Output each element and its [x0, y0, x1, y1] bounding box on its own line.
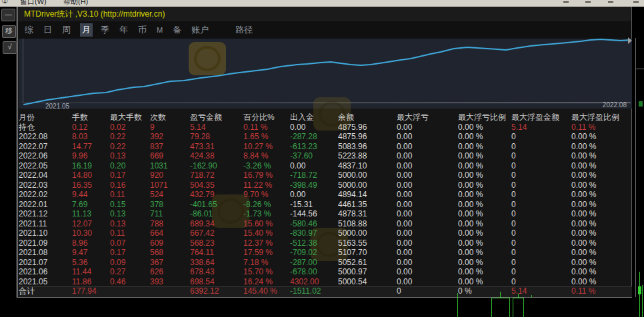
cell: 0.00 — [397, 142, 458, 152]
cell: 0 — [511, 200, 571, 210]
tab-年[interactable]: 年 — [119, 23, 129, 37]
cell: 0 — [511, 142, 571, 152]
chart-end-label: 2022.08 — [603, 101, 627, 109]
cell: 669 — [150, 151, 190, 161]
cell: -8.26 % — [243, 200, 290, 210]
tab-备[interactable]: 备 — [172, 23, 182, 37]
move-button[interactable]: 移 — [2, 25, 16, 38]
cell: 0.11 — [110, 228, 150, 238]
cell: 11.86 — [72, 277, 110, 287]
cell: 0.00 % — [458, 248, 511, 258]
collapse-button[interactable]: — — [1, 9, 15, 21]
cell: 0.11 — [110, 190, 150, 200]
cell: 11.22 % — [243, 180, 290, 190]
cell: 504.35 — [190, 180, 243, 190]
cell: 4875.96 — [338, 132, 397, 142]
cell: 5000.54 — [338, 277, 397, 287]
cell: 0.00 — [290, 123, 338, 133]
cell: 15.40 % — [243, 228, 290, 238]
tab-月[interactable]: 月 — [80, 23, 93, 37]
table-row: 2021.1112.070.13788689.3415.60 %-580.465… — [19, 219, 613, 229]
candle-wick — [531, 295, 532, 298]
cell: 10.30 — [72, 228, 110, 238]
cell: 0.17 — [110, 170, 150, 180]
cell: 0 — [511, 258, 571, 268]
cell: 5052.61 — [338, 258, 397, 268]
table-total-row: 合计177.946392.12145.40 %-1511.0200 %5.140… — [19, 286, 613, 296]
tab-币[interactable]: 币 — [137, 23, 147, 37]
menu-help[interactable]: 帮助(H) — [63, 0, 88, 7]
cell: -3.26 % — [243, 161, 290, 171]
cell: 9.70 % — [243, 190, 290, 200]
header-cell: 最大浮盈比例 — [571, 113, 608, 123]
cell: 2022.01 — [19, 200, 72, 210]
cell: -580.46 — [290, 219, 338, 229]
header-cell: 最大浮亏比例 — [458, 113, 511, 123]
path-button[interactable]: 路径 — [235, 24, 253, 36]
cell: 718.72 — [190, 170, 243, 180]
table-row: 2022.0414.800.17920718.7216.79 %-718.725… — [19, 170, 613, 180]
menu-window[interactable]: 窗口(W) — [20, 0, 47, 7]
cell: 0.00 % — [458, 151, 511, 161]
cell: 5163.55 — [338, 238, 397, 248]
cell: 16.19 — [72, 161, 110, 171]
cell: 5.36 — [72, 258, 110, 268]
cell: 0.00 % — [458, 219, 511, 229]
cell: -398.49 — [290, 180, 338, 190]
tab-综[interactable]: 综 — [24, 23, 34, 37]
cell: 473.31 — [190, 142, 243, 152]
cell: 2022.03 — [19, 180, 72, 190]
table-row: 2021.089.470.17568764.1117.59 %-709.0251… — [19, 248, 613, 258]
tab-M[interactable]: M — [156, 25, 163, 35]
table-row: 2022.0316.350.161071504.3511.22 %-398.49… — [19, 180, 613, 190]
cell: 0.00 — [397, 151, 458, 161]
cell: 16.24 % — [243, 277, 290, 287]
cell: 689.34 — [190, 219, 243, 229]
cell: 0.00 % — [458, 258, 511, 268]
cell: 14.77 — [72, 142, 110, 152]
cell: -287.00 — [290, 258, 338, 268]
cell: 11.44 — [72, 267, 110, 277]
cell: 0.00 — [397, 277, 458, 287]
cell: 0 — [511, 209, 571, 219]
tab-日[interactable]: 日 — [43, 23, 53, 37]
cell: 837 — [150, 142, 190, 152]
cell: 2022.02 — [19, 190, 72, 200]
cell: 4878.31 — [338, 209, 397, 219]
table-row: 2021.0611.440.27626678.4315.70 %-678.005… — [19, 267, 613, 277]
table-header-row: 月份手数最大手数次数盈亏金额百分比%出入金余额最大浮亏最大浮亏比例最大浮盈金额最… — [19, 113, 613, 123]
cell: 0.00 — [397, 267, 458, 277]
cell: 2022.07 — [19, 142, 72, 152]
cell: 0.00 % — [571, 180, 608, 190]
cell: 0.27 — [110, 267, 150, 277]
tab-周[interactable]: 周 — [61, 23, 71, 37]
cell: 0 — [511, 248, 571, 258]
tab-季[interactable]: 季 — [100, 23, 110, 37]
cell: 5.14 — [190, 123, 243, 133]
cell: 0.00 % — [571, 190, 608, 200]
cell: 2022.08 — [19, 132, 72, 142]
check-button[interactable]: √ — [3, 41, 17, 54]
cell: 5000.97 — [338, 267, 397, 277]
tab-账户[interactable]: 账户 — [191, 23, 209, 37]
cell: -613.23 — [290, 142, 338, 152]
cell: 2021.12 — [19, 209, 72, 219]
cell: 0.00 % — [458, 161, 511, 171]
cell: 0.00 — [290, 161, 338, 171]
window-titlebar[interactable]: MTDriver统计 ,V3.10 (http://mtdriver.cn) — [18, 7, 631, 21]
cell: 0 — [511, 180, 571, 190]
table-row: 2022.088.030.2239279.281.65 %-287.284875… — [19, 132, 613, 142]
cell: 0.00 — [397, 200, 458, 210]
cell: 0.00 % — [571, 170, 608, 180]
cell: 8.03 — [72, 132, 110, 142]
cell: 920 — [150, 170, 190, 180]
cell: 0.00 — [397, 132, 458, 142]
cell: 0.00 % — [458, 200, 511, 210]
cell: 2021.08 — [19, 248, 72, 258]
cell: 5000.00 — [338, 170, 397, 180]
cell: 16.79 % — [243, 170, 290, 180]
cell: 1.65 % — [243, 132, 290, 142]
cell: 0 % — [458, 286, 511, 296]
cell: 16.35 — [72, 180, 110, 190]
cell: 0.00 % — [458, 132, 511, 142]
